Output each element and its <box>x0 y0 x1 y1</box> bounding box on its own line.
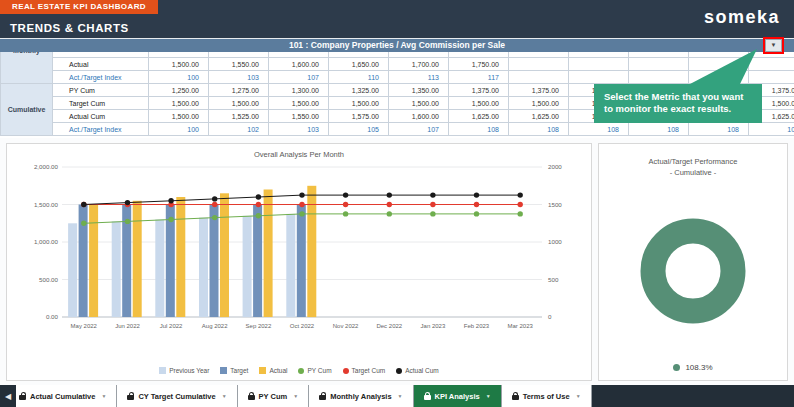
callout-tooltip: Select the Metric that you want to monit… <box>594 84 762 123</box>
table-cell[interactable]: 1,500.00 <box>269 97 329 110</box>
donut-value: 108.3% <box>685 363 712 372</box>
table-row-label[interactable]: Act./Target Index <box>53 71 149 84</box>
sheet-tab-terms-of-use[interactable]: Terms of Use▼ <box>502 385 592 407</box>
table-cell[interactable]: 1,650.00 <box>329 58 389 71</box>
table-cell[interactable]: 108 <box>629 123 689 136</box>
table-row-label[interactable]: PY Cum <box>53 84 149 97</box>
table-cell[interactable]: 1,500.00 <box>329 97 389 110</box>
table-cell[interactable]: 1,525.00 <box>209 110 269 123</box>
table-cell[interactable]: 1,500.00 <box>149 58 209 71</box>
chevron-down-icon: ▼ <box>101 393 106 399</box>
svg-text:Feb 2023: Feb 2023 <box>464 323 490 329</box>
table-group-label[interactable]: Monthly <box>1 52 53 84</box>
svg-text:1500: 1500 <box>548 201 562 208</box>
table-cell[interactable]: 1,750.00 <box>449 58 509 71</box>
table-cell[interactable]: 1,575.00 <box>329 110 389 123</box>
tabs-scroll-left-button[interactable]: ◀ <box>0 385 16 407</box>
table-cell[interactable]: 113 <box>389 71 449 84</box>
table-cell[interactable]: 1,350.00 <box>389 84 449 97</box>
svg-text:500: 500 <box>548 276 559 283</box>
table-cell[interactable]: 108 <box>689 123 749 136</box>
table-cell[interactable]: 1,375.00 <box>509 84 569 97</box>
sheet-tab-actual-cumulative[interactable]: Actual Cumulative▼ <box>16 385 117 407</box>
lock-icon <box>319 395 326 400</box>
legend-marker <box>673 364 680 371</box>
sheet-tab-cy-target-cumulative[interactable]: CY Target Cumulative▼ <box>117 385 237 407</box>
table-cell[interactable]: 1,250.00 <box>149 84 209 97</box>
table-cell[interactable]: 107 <box>389 123 449 136</box>
svg-text:0.00: 0.00 <box>46 313 59 320</box>
table-cell[interactable]: 108 <box>449 123 509 136</box>
table-cell[interactable]: 1,500.00 <box>149 97 209 110</box>
chevron-down-icon: ▼ <box>486 393 491 399</box>
legend-item: Actual Cum <box>396 367 439 374</box>
table-cell[interactable]: 108 <box>509 123 569 136</box>
table-cell[interactable]: 1,500.00 <box>449 97 509 110</box>
table-cell[interactable]: 108 <box>569 123 629 136</box>
table-cell[interactable] <box>509 58 569 71</box>
svg-text:2,000.00: 2,000.00 <box>34 163 59 170</box>
table-cell[interactable]: 1,500.00 <box>509 97 569 110</box>
table-cell[interactable]: 117 <box>449 71 509 84</box>
table-cell[interactable]: 1,375.00 <box>449 84 509 97</box>
table-cell[interactable]: 103 <box>269 123 329 136</box>
table-row: Act./Target Index10010210310510710810810… <box>1 123 794 136</box>
table-row-label[interactable]: Actual <box>53 58 149 71</box>
table-cell[interactable]: 1,500.00 <box>149 110 209 123</box>
sheet-tab-monthly-analysis[interactable]: Monthly Analysis▼ <box>309 385 413 407</box>
donut-legend: 108.3% <box>673 363 712 372</box>
svg-text:May 2022: May 2022 <box>71 323 98 329</box>
sheet-tab-label: KPI Analysis <box>435 392 480 401</box>
legend-item: Previous Year <box>159 367 209 374</box>
chevron-down-icon: ▼ <box>293 393 298 399</box>
table-cell[interactable]: 105 <box>329 123 389 136</box>
combo-chart: 2,000.0020001,500.0015001,000.001000500.… <box>16 159 582 335</box>
combo-chart-panel: Overall Analysis Per Month 2,000.0020001… <box>6 143 592 381</box>
charts-region: Overall Analysis Per Month 2,000.0020001… <box>0 138 794 385</box>
donut-chart-panel: Actual/Target Performance - Cumulative -… <box>598 143 788 381</box>
table-cell[interactable]: 1,500.00 <box>209 97 269 110</box>
table-cell[interactable]: 100 <box>149 71 209 84</box>
table-cell[interactable]: 1,300.00 <box>269 84 329 97</box>
table-cell[interactable]: 1,325.00 <box>329 84 389 97</box>
table-cell[interactable]: 1,600.00 <box>389 110 449 123</box>
table-cell[interactable]: 107 <box>269 71 329 84</box>
table-cell[interactable]: 1,700.00 <box>389 58 449 71</box>
ribbon-title: REAL ESTATE KPI DASHBOARD <box>0 0 158 14</box>
metric-dropdown-button[interactable]: ▼ <box>765 39 782 52</box>
table-row-label[interactable]: Actual Cum <box>53 110 149 123</box>
table-cell[interactable]: 1,550.00 <box>209 58 269 71</box>
lock-icon <box>424 395 431 400</box>
page-title: TRENDS & CHARTS <box>10 22 129 34</box>
table-cell[interactable]: 1,500.00 <box>389 97 449 110</box>
svg-text:1,500.00: 1,500.00 <box>34 201 59 208</box>
table-cell[interactable]: 102 <box>209 123 269 136</box>
table-cell[interactable]: 100 <box>149 123 209 136</box>
donut-chart <box>637 215 749 327</box>
sheet-tab-label: Terms of Use <box>523 392 570 401</box>
table-cell[interactable]: 1,275.00 <box>209 84 269 97</box>
donut-title: Actual/Target Performance - Cumulative - <box>649 156 738 179</box>
table-cell[interactable] <box>509 71 569 84</box>
sheet-tab-label: CY Target Cumulative <box>138 392 215 401</box>
sheet-tab-label: PY Cum <box>259 392 288 401</box>
table-cell[interactable]: 110 <box>329 71 389 84</box>
table-row-label[interactable]: Act./Target Index <box>53 123 149 136</box>
table-cell[interactable]: 103 <box>209 71 269 84</box>
sheet-tab-kpi-analysis[interactable]: KPI Analysis▼ <box>414 385 502 407</box>
table-row-label[interactable]: Target Cum <box>53 97 149 110</box>
svg-text:0: 0 <box>548 313 552 320</box>
table-cell[interactable]: 108 <box>749 123 794 136</box>
chevron-down-icon: ▼ <box>576 393 581 399</box>
table-cell[interactable]: 1,625.00 <box>509 110 569 123</box>
svg-text:Jan 2023: Jan 2023 <box>421 323 446 329</box>
sheet-tab-py-cum[interactable]: PY Cum▼ <box>238 385 310 407</box>
table-cell[interactable]: 1,625.00 <box>449 110 509 123</box>
svg-text:Mar 2023: Mar 2023 <box>508 323 534 329</box>
svg-text:1,000.00: 1,000.00 <box>34 238 59 245</box>
someka-logo: someka <box>704 7 780 28</box>
svg-text:500.00: 500.00 <box>39 276 58 283</box>
table-group-label[interactable]: Cumulative <box>1 84 53 136</box>
table-cell[interactable]: 1,600.00 <box>269 58 329 71</box>
table-cell[interactable]: 1,550.00 <box>269 110 329 123</box>
